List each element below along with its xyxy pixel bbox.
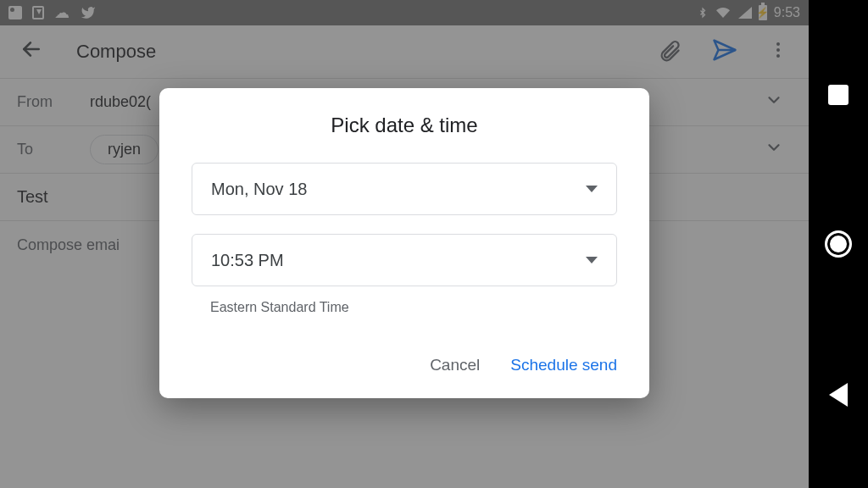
recents-nav-icon[interactable] xyxy=(828,85,849,105)
screen: ☁ ⚡ 9:53 xyxy=(0,0,868,488)
cancel-button[interactable]: Cancel xyxy=(430,356,480,374)
date-select[interactable]: Mon, Nov 18 xyxy=(192,163,617,215)
schedule-send-dialog: Pick date & time Mon, Nov 18 10:53 PM Ea… xyxy=(159,88,649,398)
time-select[interactable]: 10:53 PM xyxy=(192,234,617,286)
timezone-label: Eastern Standard Time xyxy=(210,300,617,315)
date-value: Mon, Nov 18 xyxy=(211,180,307,199)
time-value: 10:53 PM xyxy=(211,251,284,270)
dropdown-caret-icon xyxy=(586,257,598,263)
back-nav-icon[interactable] xyxy=(829,383,848,407)
dialog-title: Pick date & time xyxy=(192,114,617,137)
dialog-actions: Cancel Schedule send xyxy=(192,356,617,374)
system-nav-bar xyxy=(809,0,868,488)
home-nav-icon[interactable] xyxy=(825,230,852,258)
content-area: ☁ ⚡ 9:53 xyxy=(0,0,809,488)
schedule-send-button[interactable]: Schedule send xyxy=(510,356,617,374)
dropdown-caret-icon xyxy=(586,186,598,192)
